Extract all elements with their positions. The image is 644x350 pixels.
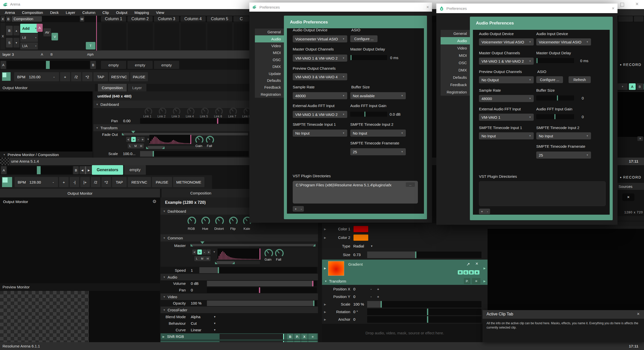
curve-dropdown-icon[interactable]: ▼ — [147, 138, 149, 141]
tab-defaults[interactable]: Defaults — [255, 77, 284, 84]
column-6-header[interactable]: C — [233, 16, 249, 22]
type-value[interactable]: Radial — [353, 244, 364, 248]
gain-knob[interactable] — [264, 249, 273, 258]
column-4-header[interactable]: Column 4 — [180, 16, 206, 22]
posx-decrement[interactable]: - — [370, 287, 372, 291]
clip-cell[interactable] — [233, 23, 250, 51]
fft-range-segment[interactable] — [217, 261, 234, 264]
size-value[interactable]: 0.73 — [353, 253, 361, 257]
row-arrow-icon[interactable]: ▶ — [484, 280, 486, 283]
transform-menu-icon[interactable]: ≡ — [472, 278, 480, 284]
fft-gain-handle[interactable] — [554, 114, 555, 119]
layer-crossfade-a[interactable]: A — [41, 53, 43, 56]
curve-prev-button[interactable]: < — [192, 249, 197, 255]
buffer-slider[interactable] — [536, 95, 574, 101]
transform-header[interactable]: ▼ Transform — [93, 124, 249, 131]
app1-preview-monitor-header[interactable]: ▼ Preview Monitor / Composition — [0, 152, 92, 158]
thumbnail-close-button[interactable]: × — [622, 193, 634, 201]
bpm-nudge-down-button[interactable]: -| — [70, 177, 79, 187]
flip-knob[interactable] — [229, 217, 238, 225]
remove-directory-button[interactable]: - — [301, 207, 302, 211]
layer-bypass-button[interactable]: B — [6, 26, 13, 35]
preview-channels-dropdown[interactable]: VM-VAIO 3 & VM-VAIO 4▼ — [293, 73, 347, 80]
pan-handle[interactable] — [217, 118, 218, 124]
tab-dmx[interactable]: DMX — [255, 63, 284, 70]
range-right-marker[interactable] — [162, 146, 165, 149]
opacity-slider[interactable] — [207, 301, 317, 306]
column-3-header[interactable]: Column 3 — [154, 16, 179, 22]
effect-remove-button[interactable]: X — [301, 334, 307, 340]
posy-value[interactable]: 0 — [353, 294, 355, 299]
mid-button[interactable]: M — [201, 257, 203, 260]
tab-audio[interactable]: Audio — [255, 35, 284, 42]
curve-minus-button[interactable]: - — [136, 137, 140, 142]
audio-header[interactable]: ▼ Audio — [160, 274, 318, 280]
layer-x-button[interactable]: X — [1, 23, 5, 49]
resync-button[interactable]: RESYNC — [128, 177, 151, 187]
framerate-dropdown[interactable]: 25▼ — [350, 148, 406, 155]
param-pin-button[interactable]: P. — [464, 278, 470, 284]
smpte1-dropdown[interactable]: No Input▼ — [293, 130, 347, 137]
distort-knob[interactable] — [215, 217, 224, 225]
vst-path[interactable]: C:\Program Files (x86)\Resolume Arena 5.… — [296, 183, 391, 187]
buffer-handle[interactable] — [557, 95, 558, 101]
effect-mix-handle[interactable] — [283, 334, 284, 339]
rgb-knob[interactable] — [187, 217, 196, 225]
fft-input-dropdown[interactable]: VM-VAIO 1▼ — [479, 114, 534, 121]
gain-knob[interactable] — [195, 136, 203, 144]
expand-icon[interactable]: ▶ — [324, 267, 326, 270]
prev-deck-icon[interactable]: ◀ — [79, 166, 86, 174]
app2-crossfader-a[interactable]: A — [1, 166, 7, 174]
effect-row-shift-rgb[interactable]: ▶ Shift RGB B P. X ≡ — [160, 333, 318, 340]
mid-button[interactable]: M — [134, 144, 137, 147]
close-icon[interactable]: × — [475, 261, 478, 266]
range-left-marker[interactable] — [146, 146, 149, 149]
audio-input-device-dropdown[interactable]: Voicemeeter Virtual ASIO▼ — [536, 38, 591, 45]
anchor-value[interactable]: 0 — [353, 317, 355, 321]
fft-input-dropdown[interactable]: VM-VAIO 1 & VM-VAIO 2▼ — [293, 111, 347, 118]
channel-g-button[interactable]: G — [463, 270, 468, 274]
tab-registration[interactable]: Registration — [441, 88, 470, 96]
monitor-b-button[interactable]: B — [636, 83, 643, 90]
channel-b-button[interactable]: B — [469, 270, 474, 274]
tab-feedback[interactable]: Feedback — [255, 84, 284, 91]
add-directory-button[interactable]: + — [295, 207, 297, 211]
pan-handle[interactable] — [259, 287, 260, 293]
transform-header[interactable]: ▼ Transform P. ≡ ▶ — [322, 277, 488, 285]
master-handle[interactable] — [200, 241, 204, 244]
framerate-dropdown[interactable]: 25▼ — [536, 152, 591, 159]
opacity-value[interactable]: 100 % — [191, 301, 202, 305]
tap-button[interactable]: TAP — [93, 72, 108, 81]
effect-menu-icon[interactable]: ≡ — [308, 334, 317, 340]
close-icon[interactable]: × — [635, 1, 639, 7]
bpm-minus-button[interactable]: - — [48, 177, 58, 187]
scale-slider[interactable] — [367, 301, 481, 308]
clip-slot-empty-3[interactable]: empty — [154, 61, 179, 69]
link5-knob[interactable] — [201, 108, 209, 115]
monitor-a-button[interactable]: A — [629, 83, 636, 90]
app2-color-swatch[interactable] — [2, 177, 12, 187]
menu-deck[interactable]: Deck — [47, 10, 62, 15]
layer-down-icon[interactable]: ▼ — [13, 38, 19, 47]
clip-slot-empty-1[interactable]: empty — [101, 61, 126, 69]
curve-next-button[interactable]: > — [197, 249, 202, 255]
remove-directory-button[interactable]: - — [487, 210, 488, 213]
expand-icon[interactable]: ▶ — [324, 310, 326, 314]
common-header[interactable]: ▼ Common — [160, 234, 318, 241]
tab-dmx[interactable]: DMX — [441, 66, 470, 74]
link4-knob[interactable] — [187, 108, 195, 115]
dialog-titlebar[interactable]: Preferences × — [436, 4, 618, 13]
tab-composition[interactable]: Composition — [98, 84, 127, 91]
delay-handle[interactable] — [536, 58, 538, 63]
bpm-minus-button[interactable]: - — [49, 72, 59, 81]
fft-gain-handle[interactable] — [364, 112, 365, 117]
app2-record-button[interactable]: ● RECORD — [620, 175, 641, 179]
anchor-slider[interactable] — [367, 316, 481, 323]
clip-slot-empty-2[interactable]: empty — [127, 61, 153, 69]
tab-video[interactable]: Video — [255, 42, 284, 49]
gear-icon[interactable]: ⚙ — [152, 199, 156, 204]
fadeout-slider-left-marker[interactable] — [122, 133, 124, 135]
tab-midi[interactable]: MIDI — [255, 49, 284, 56]
resync-button[interactable]: RESYNC — [109, 72, 129, 81]
rotation-value[interactable]: 0 ° — [353, 310, 358, 314]
